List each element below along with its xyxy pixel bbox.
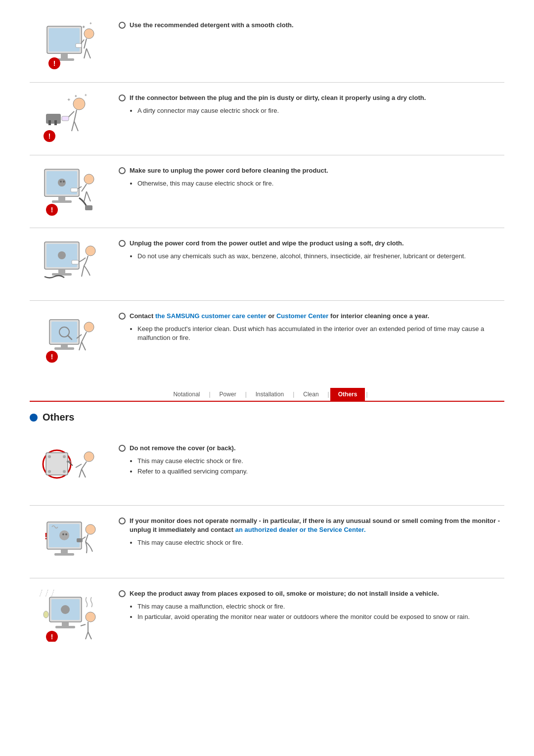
svg-text:!: ! <box>51 633 53 641</box>
heading-text: Do not remove the cover (or back). <box>130 444 236 453</box>
tab-sep-4: | <box>327 391 330 398</box>
svg-line-77 <box>82 469 86 477</box>
svg-line-102 <box>86 632 88 639</box>
heading-text: If your monitor does not operate normall… <box>130 517 504 534</box>
others-bullets-2: This may cause electric shock or fire. <box>130 538 504 547</box>
tab-clean[interactable]: Clean <box>295 388 326 401</box>
clean-item-1: ! ✦ ✦ Use the recommended detergent with… <box>30 10 504 83</box>
svg-rect-34 <box>52 200 72 203</box>
nav-tabs: Notational | Power | Installation | Clea… <box>30 388 504 402</box>
svg-rect-20 <box>46 114 61 124</box>
svg-line-61 <box>82 342 86 350</box>
heading-text: Contact the SAMSUNG customer care center… <box>130 312 429 321</box>
bullet-icon <box>119 22 126 29</box>
others-sections: Do not remove the cover (or back). This … <box>30 433 504 651</box>
heading-text: Make sure to unplug the power cord befor… <box>130 166 328 175</box>
svg-rect-21 <box>48 120 51 125</box>
svg-rect-75 <box>67 461 71 463</box>
bullet-item: In particular, avoid operating the monit… <box>137 613 504 621</box>
svg-line-15 <box>74 110 77 121</box>
clean-content-2: If the connector between the plug and th… <box>119 92 504 117</box>
svg-line-103 <box>88 632 91 639</box>
svg-rect-84 <box>54 553 74 556</box>
svg-text:✦: ✦ <box>84 93 88 97</box>
clean-image-1: ! ✦ ✦ <box>30 19 109 73</box>
others-content-3: Keep the product away from places expose… <box>119 587 504 623</box>
svg-point-71 <box>84 452 94 462</box>
bullet-icon <box>119 313 126 320</box>
bullet-icon <box>119 240 126 247</box>
bullet-item: A dirty connector may cause electric sho… <box>137 106 504 115</box>
svg-rect-7 <box>76 44 82 47</box>
svg-point-69 <box>48 470 51 473</box>
svg-point-31 <box>60 181 62 183</box>
svg-point-99 <box>86 612 95 622</box>
svg-text:!: ! <box>48 132 51 140</box>
tab-power[interactable]: Power <box>212 388 244 401</box>
svg-point-67 <box>48 455 51 458</box>
dealer-link[interactable]: an authorized dealer or the Service Cent… <box>235 526 366 533</box>
others-item-2: ! If your monitor does not operate norma… <box>30 506 504 578</box>
others-image-2: ! <box>30 515 109 569</box>
svg-line-40 <box>84 191 87 201</box>
svg-rect-1 <box>49 28 80 51</box>
others-image-1 <box>30 442 109 496</box>
clean-image-4 <box>30 237 109 291</box>
svg-text:!: ! <box>53 59 56 67</box>
clean-heading-4: Unplug the power cord from the power out… <box>119 239 504 248</box>
svg-line-5 <box>84 39 87 48</box>
clean-item-2: ✦ ✦ ✦ ! If the connector between the plu… <box>30 83 504 155</box>
svg-rect-22 <box>54 120 57 125</box>
tab-installation[interactable]: Installation <box>248 388 292 401</box>
svg-line-37 <box>82 184 87 191</box>
bullet-item: Refer to a qualified servicing company. <box>137 467 504 476</box>
tab-notational[interactable]: Notational <box>165 388 208 401</box>
svg-rect-88 <box>77 538 83 542</box>
svg-point-32 <box>63 181 65 183</box>
svg-point-98 <box>44 611 48 618</box>
bullet-icon <box>119 518 126 524</box>
bullet-icon <box>119 167 126 174</box>
svg-text:✦: ✦ <box>89 21 92 26</box>
clean-image-3: ! <box>30 164 109 219</box>
svg-point-95 <box>61 605 70 614</box>
clean-bullets-2: A dirty connector may cause electric sho… <box>130 106 504 115</box>
svg-rect-39 <box>71 188 78 192</box>
svg-text:✦: ✦ <box>67 97 71 102</box>
clean-bullets-5: Keep the product's interior clean. Dust … <box>130 325 504 342</box>
clean-item-3: ! Make sure to unplug the power cord bef… <box>30 155 504 228</box>
bullet-item: Otherwise, this may cause electric shock… <box>137 179 504 188</box>
others-heading-1: Do not remove the cover (or back). <box>119 444 504 453</box>
svg-point-36 <box>84 174 94 184</box>
clean-heading-1: Use the recommended detergent with a smo… <box>119 21 504 30</box>
svg-rect-54 <box>54 347 74 350</box>
others-bullets-1: This may cause electric shock or fire. R… <box>130 457 504 476</box>
svg-rect-97 <box>55 626 75 628</box>
heading-text: Use the recommended detergent with a smo… <box>130 21 294 30</box>
clean-bullets-3: Otherwise, this may cause electric shock… <box>130 179 504 188</box>
samsung-link[interactable]: the SAMSUNG customer care center <box>155 312 267 320</box>
svg-point-70 <box>63 470 66 473</box>
svg-point-14 <box>73 98 85 110</box>
bullet-icon <box>119 590 126 597</box>
svg-point-57 <box>84 322 94 332</box>
others-item-1: Do not remove the cover (or back). This … <box>30 433 504 506</box>
svg-line-72 <box>82 462 87 469</box>
svg-line-9 <box>87 48 90 58</box>
bullet-item: Do not use any chemicals such as wax, be… <box>137 252 504 261</box>
others-heading-2: If your monitor does not operate normall… <box>119 517 504 534</box>
svg-line-101 <box>81 624 86 626</box>
bullet-icon <box>119 94 126 101</box>
svg-line-76 <box>79 469 82 477</box>
svg-point-49 <box>86 246 95 256</box>
others-heading-text: Others <box>43 412 74 423</box>
svg-point-30 <box>58 179 66 187</box>
svg-line-58 <box>82 332 87 342</box>
section-heading-dot <box>30 414 38 422</box>
svg-line-90 <box>40 590 42 597</box>
clean-content-5: Contact the SAMSUNG customer care center… <box>119 310 504 344</box>
tab-others[interactable]: Others <box>330 388 365 401</box>
customer-center-link[interactable]: Customer Center <box>276 312 328 320</box>
tab-sep-5: | <box>365 391 368 398</box>
svg-text:!: ! <box>51 206 53 214</box>
